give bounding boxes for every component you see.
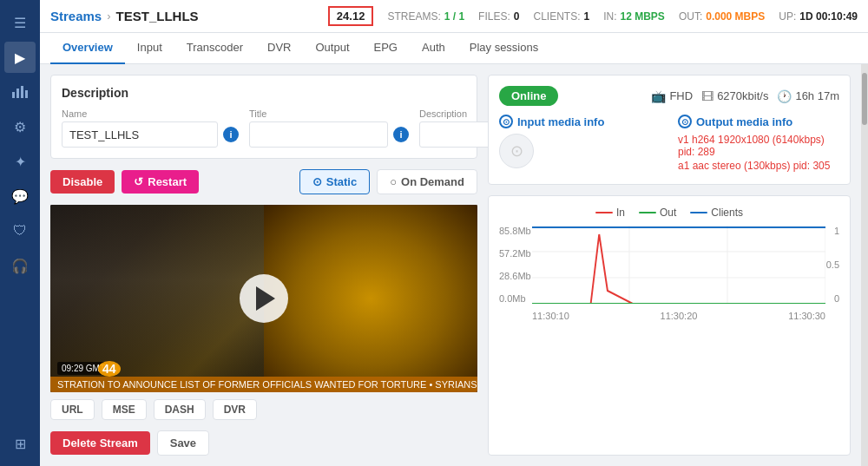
chart-nav-icon[interactable] (4, 76, 36, 108)
video-stream-link[interactable]: v1 h264 1920x1080 (6140kbps) pid: 289 (678, 134, 839, 158)
desc-input-wrap (419, 121, 488, 148)
url-button[interactable]: URL (50, 399, 95, 420)
stream-name: TEST_LLHLS (116, 9, 199, 23)
film-icon: 🎞 (701, 89, 713, 103)
audio-stream-link[interactable]: a1 aac stereo (130kbps) pid: 305 (678, 160, 839, 172)
headset-nav-icon[interactable]: 🎧 (4, 250, 36, 281)
chat-nav-icon[interactable]: 💬 (4, 180, 36, 212)
in-stat: IN: 12 MBPS (603, 10, 665, 23)
chart-x-labels: 11:30:10 11:30:20 11:30:30 (532, 311, 825, 321)
status-card: Online 📺 FHD 🎞 6270kbit/s 🕐 16h 17m (488, 75, 851, 185)
static-button[interactable]: ⊙ Static (299, 169, 370, 194)
box-nav-icon[interactable]: ⊞ (4, 428, 36, 459)
output-media-title: ⊙ Output media info (678, 115, 839, 128)
clients-label: CLIENTS: (533, 10, 580, 23)
title-label: Title (249, 108, 409, 119)
clock-icon: 🕐 (777, 89, 792, 103)
shield-nav-icon[interactable]: 🛡 (4, 215, 36, 246)
play-nav-icon[interactable]: ▶ (4, 42, 36, 73)
duration-value: 16h 17m (795, 89, 839, 102)
tv-icon: 📺 (651, 89, 666, 103)
right-panel: Online 📺 FHD 🎞 6270kbit/s 🕐 16h 17m (488, 64, 861, 466)
on-demand-icon: ○ (390, 175, 397, 188)
streams-label: STREAMS: (387, 10, 440, 23)
scroll-thumb (862, 73, 867, 125)
svg-rect-2 (21, 86, 23, 98)
restart-button[interactable]: ↺ Restart (122, 170, 199, 194)
chart-svg (532, 226, 825, 304)
out-value: 0.000 MBPS (706, 10, 765, 23)
delete-stream-button[interactable]: Delete Stream (50, 431, 150, 455)
menu-icon[interactable]: ☰ (4, 7, 36, 38)
gear-nav-icon[interactable]: ⚙ (4, 111, 36, 142)
svg-rect-0 (12, 92, 15, 98)
play-triangle-icon (256, 286, 275, 311)
save-button[interactable]: Save (157, 430, 209, 456)
chart-y-labels-left: 85.8Mb 57.2Mb 28.6Mb 0.0Mb (499, 226, 532, 304)
title-input[interactable] (249, 121, 388, 148)
version-badge: 24.12 (328, 6, 374, 26)
clients-value: 1 (583, 10, 589, 23)
title-input-wrap: i (249, 121, 409, 148)
bitrate-value: 6270kbit/s (717, 89, 768, 102)
tab-play-sessions[interactable]: Play sessions (457, 33, 550, 64)
up-value: 1D 00:10:49 (799, 10, 858, 23)
streams-link[interactable]: Streams (50, 9, 102, 23)
main-content: Streams › TEST_LLHLS 24.12 STREAMS: 1 / … (40, 0, 868, 466)
video-player[interactable]: 09:29 GMT 44 STRATION TO ANNOUNCE LIST O… (50, 205, 477, 392)
name-group: Name i (62, 108, 239, 148)
topbar-stats: 24.12 STREAMS: 1 / 1 FILES: 0 CLIENTS: 1… (328, 6, 858, 26)
on-demand-button[interactable]: ○ On Demand (377, 169, 477, 194)
input-media-col: ⊙ Input media info ⊙ (499, 115, 661, 174)
scroll-indicator[interactable] (861, 64, 868, 466)
sidebar: ☰ ▶ ⚙ ✦ 💬 🛡 🎧 ⊞ (0, 0, 40, 466)
mse-button[interactable]: MSE (102, 399, 147, 420)
tab-dvr[interactable]: DVR (255, 33, 303, 64)
dvr-button[interactable]: DVR (213, 399, 257, 420)
legend-out-label: Out (660, 207, 676, 219)
tab-epg[interactable]: EPG (362, 33, 410, 64)
video-ticker: STRATION TO ANNOUNCE LIST OF FORMER OFFI… (50, 377, 477, 392)
chart-legend: In Out Clients (499, 207, 839, 219)
bitrate-spec: 🎞 6270kbit/s (701, 89, 768, 103)
tab-transcoder[interactable]: Transcoder (174, 33, 255, 64)
clients-stat: CLIENTS: 1 (533, 10, 589, 23)
streams-value: 1 / 1 (444, 10, 464, 23)
input-media-placeholder: ⊙ (499, 134, 534, 168)
stream-controls: Disable ↺ Restart ⊙ Static ○ On Demand (50, 169, 477, 194)
files-label: FILES: (478, 10, 510, 23)
legend-out-dot (639, 212, 656, 213)
media-info-row: ⊙ Input media info ⊙ ⊙ Output media info… (499, 115, 839, 174)
up-stat: UP: 1D 00:10:49 (779, 10, 858, 23)
chart-card: In Out Clients 85.8Mb 57.2Mb (488, 195, 851, 456)
files-stat: FILES: 0 (478, 10, 519, 23)
tab-input[interactable]: Input (125, 33, 174, 64)
tab-auth[interactable]: Auth (410, 33, 457, 64)
static-icon: ⊙ (312, 175, 322, 188)
puzzle-nav-icon[interactable]: ✦ (4, 146, 36, 177)
title-info-icon[interactable]: i (393, 127, 409, 142)
duration-spec: 🕐 16h 17m (777, 89, 839, 103)
video-channel-logo: 44 (98, 361, 121, 377)
online-badge: Online (499, 86, 558, 106)
tab-output[interactable]: Output (303, 33, 361, 64)
out-stat: OUT: 0.000 MBPS (679, 10, 765, 23)
disable-button[interactable]: Disable (50, 170, 115, 194)
breadcrumb-arrow: › (107, 10, 110, 23)
title-group: Title i (249, 108, 409, 148)
legend-out: Out (639, 207, 676, 219)
legend-in-label: In (616, 207, 625, 219)
tab-overview[interactable]: Overview (50, 33, 125, 64)
description-title: Description (62, 86, 466, 100)
status-specs: 📺 FHD 🎞 6270kbit/s 🕐 16h 17m (651, 89, 839, 103)
in-label: IN: (603, 10, 616, 23)
input-info-icon: ⊙ (499, 115, 513, 128)
playback-controls: URL MSE DASH DVR (50, 399, 477, 420)
play-button[interactable] (240, 274, 288, 323)
dash-button[interactable]: DASH (154, 399, 206, 420)
name-label: Name (62, 108, 239, 119)
name-input[interactable] (62, 121, 218, 148)
desc-input[interactable] (419, 121, 488, 148)
name-info-icon[interactable]: i (223, 127, 239, 142)
out-label: OUT: (679, 10, 702, 23)
